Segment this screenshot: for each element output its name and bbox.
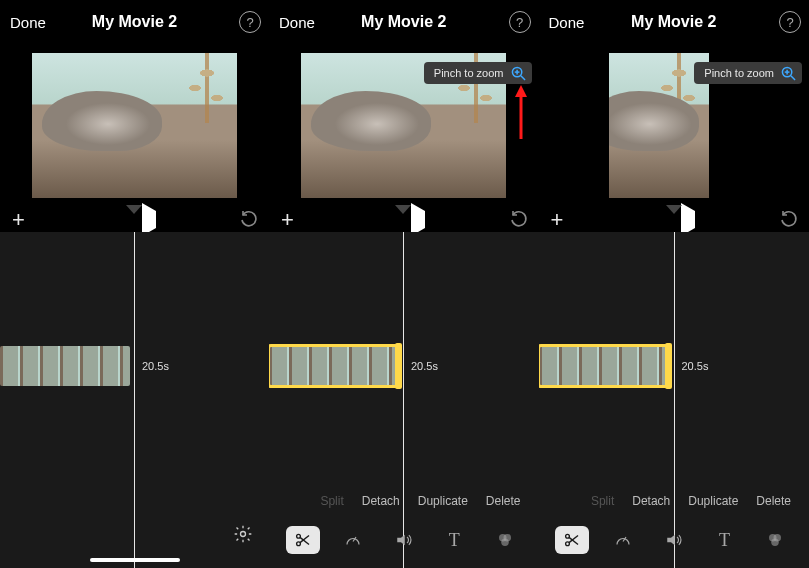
split-action: Split: [320, 494, 343, 508]
timeline[interactable]: 20.5s Split Detach Duplicate Delete T: [539, 232, 810, 568]
speedometer-tool[interactable]: [606, 526, 640, 554]
top-bar: Done My Movie 2 ?: [0, 0, 269, 44]
svg-point-26: [566, 534, 570, 538]
scissors-tool[interactable]: [286, 526, 320, 554]
add-media-button[interactable]: +: [12, 207, 25, 233]
svg-line-21: [791, 75, 795, 79]
svg-marker-31: [667, 535, 675, 546]
playhead-marker: [126, 205, 142, 214]
svg-point-27: [566, 542, 570, 546]
filters-tool[interactable]: [758, 526, 792, 554]
done-button[interactable]: Done: [10, 14, 46, 31]
pinch-to-zoom-tip[interactable]: Pinch to zoom: [694, 62, 802, 84]
clip-duration: 20.5s: [682, 360, 709, 372]
top-bar: Done My Movie 2 ?: [539, 0, 810, 44]
playhead[interactable]: [674, 232, 675, 568]
video-clip-selected[interactable]: [539, 346, 667, 386]
video-preview[interactable]: [0, 46, 269, 204]
add-media-button[interactable]: +: [551, 207, 564, 233]
duplicate-action[interactable]: Duplicate: [688, 494, 738, 508]
titles-tool[interactable]: T: [437, 526, 471, 554]
imovie-screen-2: Done My Movie 2 ? Pinch to zoom + 20.5s …: [269, 0, 539, 568]
speedometer-tool[interactable]: [336, 526, 370, 554]
pinch-to-zoom-tip[interactable]: Pinch to zoom: [424, 62, 532, 84]
svg-marker-8: [515, 85, 527, 97]
svg-line-4: [520, 75, 524, 79]
svg-marker-16: [397, 535, 405, 546]
playhead[interactable]: [134, 232, 135, 568]
done-button[interactable]: Done: [549, 14, 585, 31]
clip-duration: 20.5s: [142, 360, 169, 372]
play-button[interactable]: [681, 211, 695, 229]
video-clip[interactable]: [0, 346, 130, 386]
timeline[interactable]: 20.5s: [0, 232, 269, 568]
project-title: My Movie 2: [361, 13, 446, 31]
svg-point-2: [241, 532, 246, 537]
imovie-screen-3: Done My Movie 2 ? Pinch to zoom + 20.5s …: [539, 0, 810, 568]
project-title: My Movie 2: [631, 13, 716, 31]
magnify-plus-icon: [781, 66, 796, 81]
svg-point-19: [501, 539, 509, 547]
preview-frame: [32, 53, 237, 198]
pinch-label: Pinch to zoom: [704, 67, 774, 79]
add-media-button[interactable]: +: [281, 207, 294, 233]
volume-tool[interactable]: [387, 526, 421, 554]
annotation-arrow: [512, 85, 530, 141]
volume-tool[interactable]: [657, 526, 691, 554]
svg-point-34: [772, 539, 780, 547]
settings-button[interactable]: [233, 524, 253, 548]
svg-point-11: [296, 534, 300, 538]
video-clip-selected[interactable]: [269, 346, 397, 386]
project-title: My Movie 2: [92, 13, 177, 31]
split-action: Split: [591, 494, 614, 508]
clip-duration: 20.5s: [411, 360, 438, 372]
delete-action[interactable]: Delete: [756, 494, 791, 508]
delete-action[interactable]: Delete: [486, 494, 521, 508]
undo-button[interactable]: [509, 208, 529, 232]
clip-edit-actions: Split Detach Duplicate Delete: [269, 494, 539, 508]
tool-row: T: [269, 526, 539, 554]
done-button[interactable]: Done: [279, 14, 315, 31]
help-button[interactable]: ?: [509, 11, 531, 33]
playhead-marker: [666, 205, 682, 214]
undo-button[interactable]: [779, 208, 799, 232]
top-bar: Done My Movie 2 ?: [269, 0, 539, 44]
play-button[interactable]: [142, 211, 156, 229]
duplicate-action[interactable]: Duplicate: [418, 494, 468, 508]
svg-point-12: [296, 542, 300, 546]
detach-action[interactable]: Detach: [632, 494, 670, 508]
scissors-tool[interactable]: [555, 526, 589, 554]
playhead[interactable]: [403, 232, 404, 568]
play-button[interactable]: [411, 211, 425, 229]
playhead-marker: [395, 205, 411, 214]
titles-tool[interactable]: T: [708, 526, 742, 554]
home-indicator: [90, 558, 180, 562]
undo-button[interactable]: [239, 208, 259, 232]
help-button[interactable]: ?: [239, 11, 261, 33]
magnify-plus-icon: [511, 66, 526, 81]
detach-action[interactable]: Detach: [362, 494, 400, 508]
filters-tool[interactable]: [488, 526, 522, 554]
imovie-screen-1: Done My Movie 2 ? + 20.5s: [0, 0, 269, 568]
tool-row: T: [539, 526, 810, 554]
clip-edit-actions: Split Detach Duplicate Delete: [539, 494, 810, 508]
help-button[interactable]: ?: [779, 11, 801, 33]
pinch-label: Pinch to zoom: [434, 67, 504, 79]
timeline[interactable]: 20.5s Split Detach Duplicate Delete T: [269, 232, 539, 568]
